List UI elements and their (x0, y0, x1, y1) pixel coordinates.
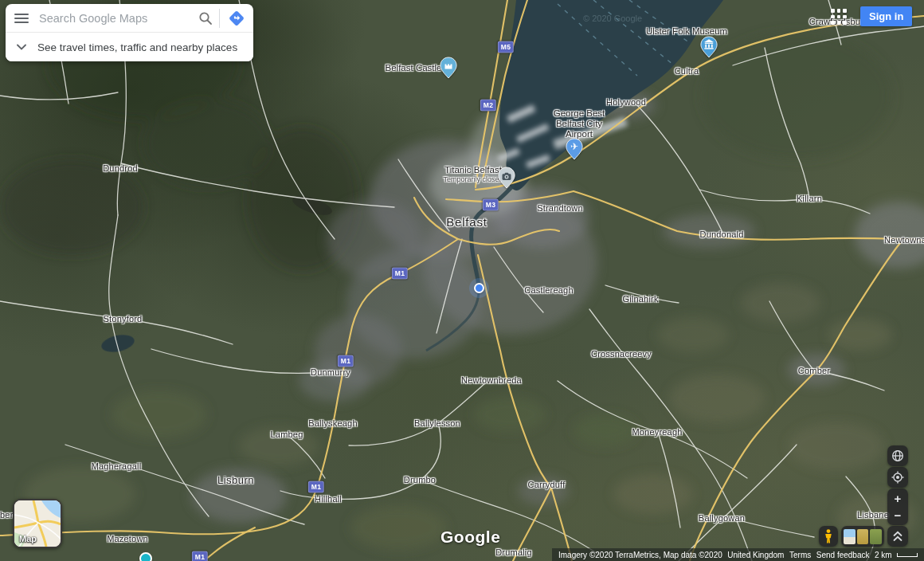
map-label-stonyford[interactable]: Stonyford (104, 314, 143, 324)
zoom-in-button[interactable]: + (887, 491, 908, 506)
map-label-comber[interactable]: Comber (798, 366, 830, 375)
imagery-thumbnails[interactable] (841, 526, 884, 547)
road-shield-m1: M1 (392, 268, 408, 280)
imagery-credit: Imagery ©2020 TerraMetrics, Map data ©20… (558, 551, 722, 559)
globe-icon[interactable] (887, 445, 908, 466)
terms-link[interactable]: Terms (789, 551, 811, 559)
search-input[interactable] (37, 11, 192, 26)
map-label-ballyskeagh[interactable]: Ballyskeagh (308, 418, 358, 428)
my-location-icon[interactable] (887, 467, 908, 488)
travel-times-label: See travel times, traffic and nearby pla… (37, 41, 237, 53)
region-label: United Kingdom (727, 551, 784, 559)
map-label-killarn[interactable]: Killarn (797, 194, 822, 203)
chevron-down-icon[interactable] (6, 44, 37, 50)
titanic-belfast-pin[interactable] (498, 167, 515, 189)
map-label-drumalig[interactable]: Drumalig (495, 547, 532, 557)
map-label-titanic-belfast[interactable]: Titanic BelfastTemporarily closed (443, 165, 503, 183)
svg-text:✈: ✈ (570, 141, 578, 152)
map-label-ballylesson[interactable]: Ballylesson (414, 418, 460, 428)
map-label-newtownbreda[interactable]: Newtownbreda (461, 375, 522, 385)
map-label-gilnahirk[interactable]: Gilnahirk (622, 294, 658, 304)
road-shield-m2: M2 (480, 100, 496, 112)
imagery-watermark: © 2020 Google (583, 14, 642, 23)
map-label-castlereagh[interactable]: Castlereagh (524, 285, 574, 295)
map-label-hillhall[interactable]: Hillhall (315, 494, 342, 504)
google-apps-grid-icon[interactable] (828, 6, 849, 27)
zoom-out-button[interactable]: − (887, 508, 908, 523)
map-label-belfast-castle[interactable]: Belfast Castle (386, 63, 442, 73)
map-label-george-best[interactable]: George BestBelfast CityAirport (554, 108, 605, 139)
map-label-carryduff[interactable]: Carryduff (528, 480, 566, 489)
road-shield-m1: M1 (338, 355, 354, 367)
map-label-dunmurry[interactable]: Dunmurry (311, 367, 350, 377)
airport-pin[interactable]: ✈ (566, 138, 583, 160)
road-shield-m1: M1 (308, 481, 324, 493)
map-label-cultra[interactable]: Cultra (675, 66, 699, 76)
road-shield-m5: M5 (498, 41, 514, 53)
map-label-magheragall[interactable]: Magheragall (92, 461, 142, 471)
belfast-castle-pin[interactable] (440, 57, 457, 79)
attribution-bar: Imagery ©2020 TerraMetrics, Map data ©20… (552, 548, 924, 561)
send-feedback-link[interactable]: Send feedback (816, 551, 870, 559)
road-shield-m1: M1 (192, 551, 208, 561)
scale-label: 2 km (875, 551, 892, 559)
scale-bar[interactable] (897, 553, 918, 557)
map-label-newtowna[interactable]: Newtowna (884, 235, 924, 245)
map-label-mazetown[interactable]: Mazetown (107, 534, 148, 543)
map-label-moneyreagh[interactable]: Moneyreagh (632, 427, 682, 437)
thumbnail-green[interactable] (870, 529, 882, 544)
google-maps-app: CrawfordsburnUlster Folk MuseumBelfast C… (0, 0, 924, 561)
thumbnail-sky[interactable] (844, 529, 855, 544)
map-label-dundonald[interactable]: Dundonald (699, 230, 743, 239)
map-label-holywood[interactable]: Holywood (606, 97, 646, 107)
map-label-dundrod[interactable]: Dundrod (103, 163, 138, 173)
thumbnail-field[interactable] (857, 529, 869, 544)
collapse-chevrons-icon[interactable] (887, 526, 908, 547)
zoom-controls: + − (887, 488, 908, 525)
map-label-lisburn[interactable]: Lisburn (217, 474, 254, 486)
road-shield-m3: M3 (483, 199, 499, 211)
ulster-folk-museum-pin[interactable] (700, 36, 718, 58)
sign-in-button[interactable]: Sign in (860, 6, 912, 26)
map-label-ballygowan[interactable]: Ballygowan (699, 513, 745, 523)
map-label-lisbane[interactable]: Lisbane (857, 510, 889, 520)
map-toggle-label: Map (19, 534, 37, 543)
map-mode-toggle[interactable]: Map (13, 499, 62, 548)
travel-times-bar[interactable]: See travel times, traffic and nearby pla… (6, 33, 253, 61)
map-labels-layer: CrawfordsburnUlster Folk MuseumBelfast C… (0, 0, 924, 561)
search-bar (6, 4, 253, 33)
pegman-icon[interactable] (819, 526, 838, 547)
current-location-dot (474, 283, 484, 293)
transit-marker[interactable] (139, 552, 152, 561)
map-label-crossnacreevy[interactable]: Crossnacreevy (591, 349, 652, 359)
map-label-lambeg[interactable]: Lambeg (271, 430, 303, 439)
map-label-drumbo[interactable]: Drumbo (404, 475, 436, 484)
google-logo[interactable]: Google (440, 528, 500, 547)
map-label-ulster-folk-museum[interactable]: Ulster Folk Museum (646, 26, 727, 36)
map-label-belfast[interactable]: Belfast (446, 215, 487, 229)
directions-icon[interactable] (220, 9, 253, 28)
map-label-strandtown[interactable]: Strandtown (537, 203, 583, 213)
menu-icon[interactable] (6, 10, 37, 26)
search-card: See travel times, traffic and nearby pla… (6, 4, 253, 61)
search-icon[interactable] (192, 11, 219, 26)
